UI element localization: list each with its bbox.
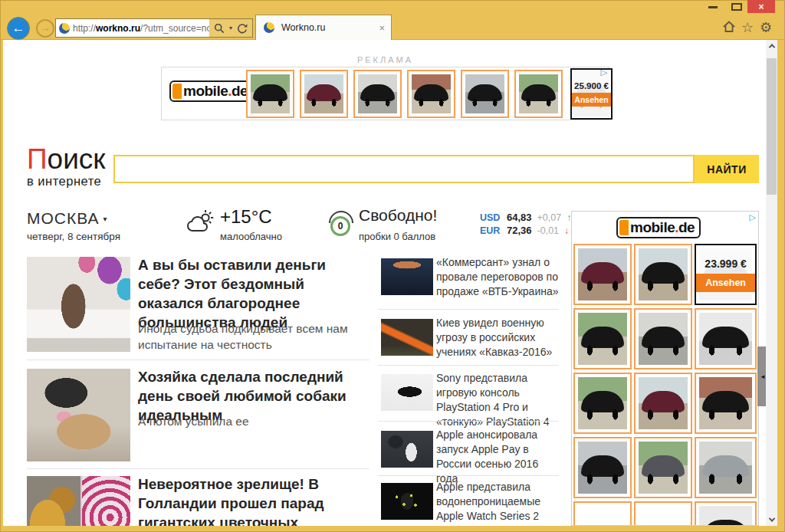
search-logo[interactable]: Поиск в интернете	[27, 145, 106, 189]
divider	[378, 365, 559, 366]
maximize-button[interactable]	[731, 3, 742, 11]
address-bar[interactable]: http://workno.ru/?utm_source=none&u ▾	[55, 18, 253, 38]
home-button[interactable]	[721, 20, 737, 35]
city-selector[interactable]: МОСКВА▾	[27, 209, 108, 228]
ad-offer-box[interactable]: 23.999 € Ansehen	[695, 244, 757, 305]
ad-car-thumb[interactable]	[573, 437, 632, 498]
ad-car-thumb[interactable]	[634, 373, 692, 434]
close-button[interactable]: ×	[747, 0, 775, 13]
ad-car-thumb[interactable]	[461, 70, 509, 118]
news-photo[interactable]	[381, 319, 433, 356]
traffic-icon: 0	[327, 209, 356, 238]
ad-car-thumb[interactable]	[353, 70, 402, 118]
ansehen-button[interactable]: Ansehen	[570, 93, 613, 107]
news-title[interactable]: «Коммерсант» узнал о провале переговоров…	[436, 255, 559, 299]
news-photo[interactable]	[381, 374, 433, 411]
ad-car-thumb[interactable]	[634, 244, 692, 305]
ad-car-thumb[interactable]	[695, 373, 757, 434]
tab-title: Workno.ru	[281, 22, 377, 33]
scroll-up-button[interactable]	[766, 40, 777, 52]
news-photo[interactable]	[27, 369, 130, 461]
ansehen-button[interactable]: Ansehen	[696, 274, 755, 292]
currency-rates: USD 64,83 +0,07 ↑ EUR 72,36 -0,01 ↓	[480, 211, 571, 237]
tab-favicon	[264, 22, 274, 33]
divider	[27, 360, 370, 360]
favorites-button[interactable]: ☆	[740, 20, 755, 35]
ad-car-thumb[interactable]	[634, 308, 692, 369]
ad-car-grid: 23.999 € Ansehen	[573, 244, 757, 526]
news-photo[interactable]	[381, 258, 433, 295]
news-photo[interactable]	[381, 483, 433, 520]
ad-price: 25.900 €	[574, 81, 609, 90]
search-input[interactable]	[113, 155, 695, 183]
car-photo	[639, 248, 688, 300]
news-title[interactable]: Apple анонсировала запуск Apple Pay в Ро…	[436, 428, 559, 486]
search-icon[interactable]	[214, 23, 225, 34]
ad-car-thumb[interactable]	[573, 501, 632, 526]
ad-car-thumb[interactable]	[634, 501, 692, 526]
ad-section-label: РЕКЛАМА	[161, 55, 609, 64]
back-icon: ←	[12, 21, 25, 35]
chevron-down-icon	[768, 515, 774, 521]
sidebar-ad[interactable]: ▷ mobile.de 23.999 € Ansehen	[571, 211, 759, 526]
car-photo	[465, 74, 504, 113]
currency-row-eur: EUR 72,36 -0,01 ↓	[480, 224, 571, 237]
ad-car-thumb[interactable]	[573, 308, 632, 369]
mobile-de-logo-mark	[619, 220, 629, 235]
url-text[interactable]: http://workno.ru/?utm_source=none&u	[73, 23, 209, 34]
weather-temperature: +15°C	[220, 206, 272, 228]
settings-button[interactable]: ⚙	[758, 20, 774, 35]
divider	[27, 468, 370, 469]
news-title[interactable]: Невероятное зрелище! В Голландии прошел …	[138, 475, 370, 526]
currency-row-usd: USD 64,83 +0,07 ↑	[480, 211, 571, 224]
ad-car-thumb[interactable]	[695, 437, 757, 498]
news-photo[interactable]	[27, 476, 130, 526]
news-item[interactable]: «Коммерсант» узнал о провале переговоров…	[378, 255, 559, 301]
tab-workno[interactable]: Workno.ru ×	[255, 15, 392, 40]
news-item[interactable]: Хозяйка сделала последний день своей люб…	[27, 367, 370, 464]
scrollbar-thumb[interactable]	[767, 58, 777, 195]
adchoices-icon[interactable]: ▷	[750, 213, 756, 222]
traffic-status: Свободно!	[359, 206, 437, 225]
news-item[interactable]: Apple анонсировала запуск Apple Pay в Ро…	[378, 428, 559, 472]
news-title[interactable]: Киев увидел военную угрозу в российских …	[436, 316, 559, 360]
car-photo	[578, 377, 627, 429]
car-photo	[699, 506, 752, 526]
forward-button[interactable]: →	[36, 19, 54, 38]
browser-window: × ← → http://workno.ru/?utm_source=none&…	[0, 0, 785, 532]
ad-car-thumb[interactable]	[634, 437, 692, 498]
news-item[interactable]: Киев увидел военную угрозу в российских …	[378, 316, 559, 362]
ad-car-thumb[interactable]	[246, 70, 294, 118]
news-photo[interactable]	[27, 257, 130, 352]
car-photo	[412, 74, 451, 113]
back-button[interactable]: ←	[7, 17, 30, 40]
tab-close-icon[interactable]: ×	[377, 22, 386, 34]
top-banner-ad[interactable]: mobile.de 25.900 € Ansehen ▷	[161, 67, 609, 120]
car-photo	[519, 74, 558, 113]
vertical-scrollbar[interactable]	[766, 40, 777, 526]
news-title[interactable]: Apple представила водонепроницаемые Appl…	[436, 480, 559, 524]
ad-car-thumb[interactable]	[407, 70, 455, 118]
ad-car-thumb[interactable]	[573, 373, 632, 434]
news-photo[interactable]	[381, 431, 433, 468]
adchoices-icon[interactable]: ▷	[601, 68, 607, 77]
chevron-down-icon[interactable]: ▾	[229, 25, 232, 31]
refresh-icon[interactable]	[237, 23, 248, 34]
ad-car-thumb[interactable]	[573, 244, 632, 305]
news-item[interactable]: Apple представила водонепроницаемые Appl…	[378, 480, 559, 526]
ad-car-thumb[interactable]	[514, 70, 563, 118]
news-item[interactable]: Sony представила игровую консоль PlaySta…	[378, 371, 559, 417]
minimize-button[interactable]	[708, 6, 718, 8]
home-icon	[722, 20, 736, 33]
scroll-down-button[interactable]	[766, 514, 777, 526]
car-photo	[251, 74, 290, 113]
car-photo	[358, 74, 397, 113]
news-item[interactable]: А вы бы оставили деньги себе? Этот бездо…	[27, 255, 370, 355]
search-button[interactable]: НАЙТИ	[695, 155, 759, 183]
ad-car-thumb[interactable]	[300, 70, 348, 118]
news-item[interactable]: Невероятное зрелище! В Голландии прошел …	[27, 475, 370, 526]
car-photo	[699, 313, 752, 365]
ad-car-thumb[interactable]	[695, 308, 757, 369]
ad-car-thumb[interactable]	[695, 501, 757, 526]
address-bar-buttons: ▾	[209, 19, 252, 37]
